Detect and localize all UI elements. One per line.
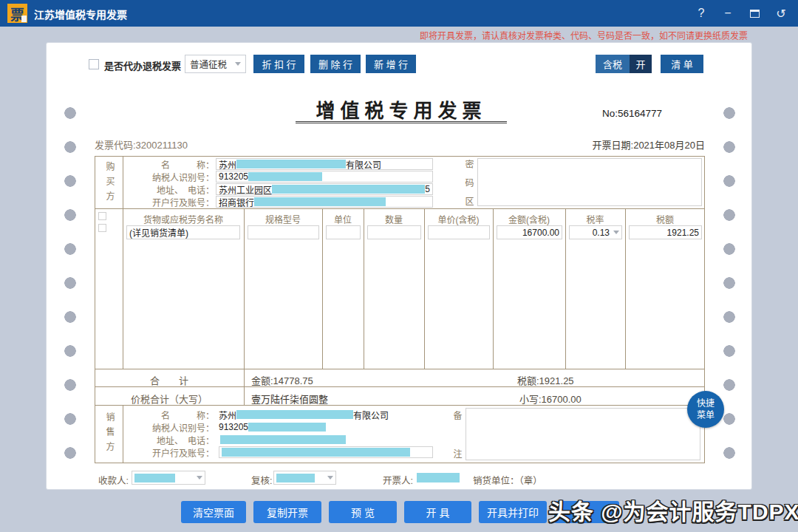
seller-taxid-pre: 913205 bbox=[219, 422, 248, 432]
header-amount: 金额(含税) bbox=[493, 213, 565, 225]
issue-and-print-button[interactable]: 开具并打印 bbox=[479, 501, 547, 523]
item-spec-input[interactable] bbox=[248, 225, 319, 239]
row-checkbox-2[interactable] bbox=[98, 224, 106, 232]
watermark-text: 头条 @为会计服务TDPX bbox=[548, 494, 798, 526]
buyer-taxid-label: 纳税人识别号： bbox=[126, 171, 214, 183]
item-amount-input[interactable]: 16700.00 bbox=[497, 225, 562, 239]
buyer-side-label: 购买方 bbox=[103, 162, 116, 206]
seller-name-label: 名 称： bbox=[126, 409, 214, 421]
password-zone-box[interactable] bbox=[477, 158, 702, 206]
buyer-taxid-input[interactable]: 913205 bbox=[216, 171, 433, 183]
buyer-name-input[interactable]: 苏州 有限公司 bbox=[216, 158, 433, 170]
invoice-title-underline bbox=[296, 121, 507, 123]
buyer-address-redaction bbox=[272, 185, 425, 194]
item-qty-input[interactable] bbox=[367, 225, 421, 239]
buyer-bank-input[interactable]: 招商银行 bbox=[216, 196, 433, 208]
words-label: 价税合计（大写） bbox=[95, 392, 244, 406]
discount-row-button[interactable]: 折 扣 行 bbox=[253, 55, 304, 73]
item-rate-select[interactable]: 0.13 bbox=[569, 225, 622, 239]
password-zone-label: 密码区 bbox=[463, 160, 475, 215]
buyer-taxid-redaction bbox=[248, 172, 322, 181]
seller-taxid-label: 纳税人识别号： bbox=[126, 421, 214, 434]
header-spec: 规格型号 bbox=[244, 213, 322, 225]
buyer-address-post: 5 bbox=[425, 184, 430, 194]
col-line-7 bbox=[565, 208, 566, 369]
invoice-code: 发票代码:3200211130 bbox=[95, 137, 188, 151]
buyer-name-post: 有限公司 bbox=[346, 158, 381, 171]
tax-open-button[interactable]: 开 bbox=[630, 55, 652, 73]
delete-row-button[interactable]: 删 除 行 bbox=[310, 55, 361, 73]
totals-divider bbox=[244, 369, 245, 387]
tax-mode-select[interactable]: 普通征税 bbox=[185, 55, 246, 73]
col-line-1 bbox=[123, 208, 123, 369]
restore-icon[interactable] bbox=[748, 6, 761, 21]
words-value: 壹万陆仟柒佰圆整 bbox=[251, 392, 328, 406]
perforation-dots-left bbox=[64, 96, 76, 474]
copy-invoice-button[interactable]: 复制开票 bbox=[253, 501, 321, 523]
seller-divider bbox=[123, 405, 123, 463]
refund-checkbox-label: 是否代办退税发票 bbox=[104, 58, 181, 72]
seller-address-label: 地址、 电话： bbox=[126, 434, 214, 446]
item-name-input[interactable]: (详见销货清单) bbox=[126, 225, 240, 239]
col-line-8 bbox=[625, 208, 626, 369]
buyer-taxid-pre: 913205 bbox=[219, 171, 248, 182]
item-name-value: (详见销货清单) bbox=[129, 226, 188, 239]
item-price-input[interactable] bbox=[428, 225, 490, 239]
invoice-title: 增值税专用发票 bbox=[292, 95, 511, 123]
col-line-5 bbox=[424, 208, 425, 369]
seller-bank-redaction bbox=[222, 448, 410, 457]
help-icon[interactable]: ? bbox=[695, 6, 708, 21]
reviewer-select[interactable] bbox=[273, 471, 336, 485]
item-tax-input[interactable]: 1921.25 bbox=[629, 225, 702, 239]
col-line-3 bbox=[322, 208, 323, 369]
row-checkbox-1[interactable] bbox=[98, 212, 106, 220]
totals-tax: 税额:1921.25 bbox=[517, 373, 574, 387]
seller-unit-label: 销货单位：（章） bbox=[473, 473, 542, 487]
words-divider bbox=[244, 386, 245, 406]
seller-address-redaction bbox=[220, 435, 346, 444]
buyer-name-redaction bbox=[236, 160, 346, 168]
reviewer-label: 复核: bbox=[251, 473, 272, 487]
remark-box[interactable] bbox=[466, 408, 700, 460]
invoice-date: 开票日期:2021年08月20日 bbox=[593, 137, 705, 151]
add-row-button[interactable]: 新 增 行 bbox=[366, 55, 416, 73]
payee-select[interactable] bbox=[132, 471, 205, 485]
header-price: 单价(含税) bbox=[424, 213, 493, 225]
col-line-2 bbox=[244, 208, 245, 369]
invoice-number: No:56164777 bbox=[602, 108, 662, 119]
app-icon: 票 bbox=[7, 4, 27, 23]
perforation-dots-right bbox=[723, 96, 735, 474]
window-controls: ? − ↺ bbox=[695, 0, 788, 27]
buyer-divider bbox=[123, 156, 123, 209]
issue-button[interactable]: 开 具 bbox=[404, 501, 471, 523]
item-unit-input[interactable] bbox=[326, 225, 361, 239]
header-qty: 数量 bbox=[364, 213, 424, 225]
buyer-address-input[interactable]: 苏州工业园区 5 bbox=[216, 183, 433, 195]
small-figures-value: 小写:16700.00 bbox=[519, 392, 582, 406]
col-line-6 bbox=[493, 208, 494, 369]
seller-name-post: 有限公司 bbox=[353, 409, 389, 421]
undo-icon[interactable]: ↺ bbox=[774, 6, 788, 21]
app-title: 江苏增值税专用发票 bbox=[34, 7, 127, 21]
clear-invoice-button[interactable]: 清空票面 bbox=[181, 501, 246, 523]
tax-mode-value: 普通征税 bbox=[190, 57, 227, 71]
minimize-icon[interactable]: − bbox=[721, 6, 734, 21]
tax-toggle-group: 含税 开 bbox=[596, 55, 652, 73]
preview-button[interactable]: 预 览 bbox=[329, 501, 397, 523]
chevron-down-icon bbox=[197, 476, 202, 480]
totals-label: 合 计 bbox=[95, 373, 244, 387]
quick-menu-button[interactable]: 快捷菜单 bbox=[687, 391, 724, 428]
refund-checkbox[interactable] bbox=[89, 59, 99, 69]
totals-amount: 金额:14778.75 bbox=[251, 373, 313, 387]
header-goods: 货物或应税劳务名称 bbox=[123, 213, 244, 225]
header-unit: 单位 bbox=[322, 213, 364, 225]
seller-bank-input[interactable] bbox=[219, 446, 433, 458]
chevron-down-icon bbox=[613, 231, 619, 234]
item-amount-value: 16700.00 bbox=[522, 228, 559, 238]
quick-menu-label: 快捷菜单 bbox=[695, 398, 716, 421]
tax-included-button[interactable]: 含税 bbox=[596, 55, 630, 73]
list-button[interactable]: 清 单 bbox=[661, 55, 703, 73]
buyer-bank-pre: 招商银行 bbox=[219, 196, 254, 208]
buyer-name-label: 名 称： bbox=[126, 158, 214, 171]
seller-name-pre: 苏州 bbox=[219, 409, 236, 421]
